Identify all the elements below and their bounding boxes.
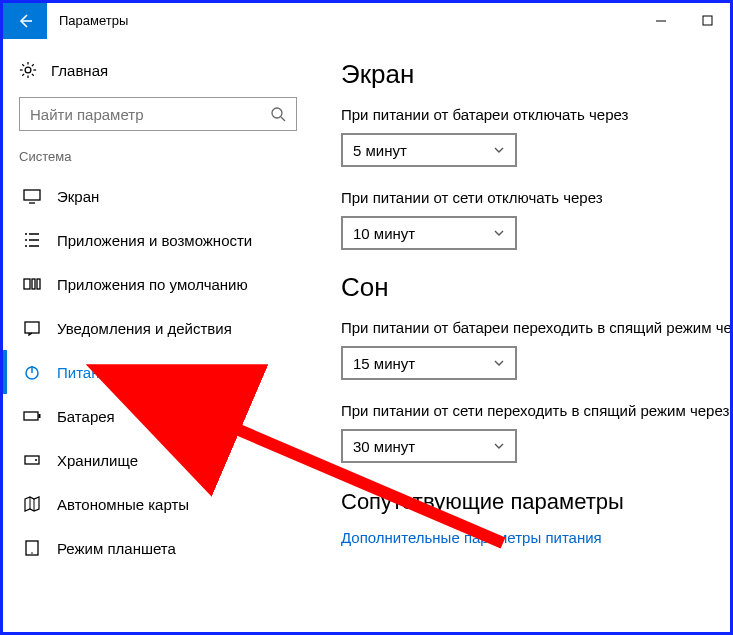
svg-rect-6 (37, 279, 40, 289)
monitor-icon (23, 187, 41, 205)
window-title: Параметры (59, 13, 128, 28)
map-icon (23, 495, 41, 513)
gear-icon (19, 61, 37, 79)
chevron-down-icon (493, 440, 505, 452)
nav-item-power-sleep[interactable]: Питание и спящий режим (3, 350, 313, 394)
nav-item-default-apps[interactable]: Приложения по умолчанию (3, 262, 313, 306)
settings-window: Параметры Главная Система (0, 0, 733, 635)
svg-rect-4 (24, 279, 30, 289)
dropdown-value: 5 минут (353, 142, 407, 159)
category-label: Система (3, 145, 313, 174)
nav-item-battery[interactable]: Батарея (3, 394, 313, 438)
power-icon (23, 363, 41, 381)
plugged-sleep-dropdown[interactable]: 30 минут (341, 429, 517, 463)
nav-label: Приложения по умолчанию (57, 276, 248, 293)
nav-label: Экран (57, 188, 99, 205)
maximize-button[interactable] (684, 3, 730, 39)
nav-label: Батарея (57, 408, 115, 425)
svg-rect-3 (24, 190, 40, 200)
minimize-button[interactable] (638, 3, 684, 39)
tablet-icon (23, 539, 41, 557)
dropdown-value: 30 минут (353, 438, 415, 455)
nav-label: Хранилище (57, 452, 138, 469)
nav-label: Режим планшета (57, 540, 176, 557)
svg-point-12 (35, 459, 37, 461)
nav-item-display[interactable]: Экран (3, 174, 313, 218)
nav-label: Питание и спящий режим (57, 364, 235, 381)
plugged-off-label: При питании от сети отключать через (341, 189, 722, 206)
sleep-heading: Сон (341, 272, 722, 303)
svg-rect-5 (32, 279, 35, 289)
titlebar: Параметры (3, 3, 730, 39)
nav-label: Автономные карты (57, 496, 189, 513)
svg-rect-7 (25, 322, 39, 333)
svg-point-2 (272, 108, 282, 118)
chevron-down-icon (493, 227, 505, 239)
content-area: Главная Система Экран Приложения и возмо… (3, 39, 730, 632)
back-button[interactable] (3, 3, 47, 39)
battery-sleep-label: При питании от батареи переходить в спящ… (341, 319, 722, 336)
minimize-icon (655, 15, 667, 27)
plugged-off-dropdown[interactable]: 10 минут (341, 216, 517, 250)
chevron-down-icon (493, 357, 505, 369)
storage-icon (23, 451, 41, 469)
main-panel: Экран При питании от батареи отключать ч… (313, 39, 730, 632)
search-icon (270, 106, 286, 122)
nav-item-apps[interactable]: Приложения и возможности (3, 218, 313, 262)
nav-list: Экран Приложения и возможности Приложени… (3, 174, 313, 570)
search-input[interactable] (30, 106, 270, 123)
defaults-icon (23, 275, 41, 293)
arrow-left-icon (17, 13, 33, 29)
nav-label: Уведомления и действия (57, 320, 232, 337)
notification-icon (23, 319, 41, 337)
home-label: Главная (51, 62, 108, 79)
additional-power-link[interactable]: Дополнительные параметры питания (341, 529, 722, 546)
nav-item-tablet-mode[interactable]: Режим планшета (3, 526, 313, 570)
nav-item-notifications[interactable]: Уведомления и действия (3, 306, 313, 350)
related-heading: Сопутствующие параметры (341, 489, 722, 515)
svg-rect-0 (703, 16, 712, 25)
svg-point-14 (31, 552, 33, 554)
dropdown-value: 10 минут (353, 225, 415, 242)
battery-off-label: При питании от батареи отключать через (341, 106, 722, 123)
nav-item-offline-maps[interactable]: Автономные карты (3, 482, 313, 526)
battery-off-dropdown[interactable]: 5 минут (341, 133, 517, 167)
home-nav[interactable]: Главная (3, 53, 313, 91)
dropdown-value: 15 минут (353, 355, 415, 372)
nav-label: Приложения и возможности (57, 232, 252, 249)
svg-point-1 (25, 67, 31, 73)
sidebar: Главная Система Экран Приложения и возмо… (3, 39, 313, 632)
plugged-sleep-label: При питании от сети переходить в спящий … (341, 402, 722, 419)
search-box[interactable] (19, 97, 297, 131)
svg-rect-10 (39, 414, 41, 418)
nav-item-storage[interactable]: Хранилище (3, 438, 313, 482)
maximize-icon (702, 15, 713, 26)
battery-icon (23, 407, 41, 425)
chevron-down-icon (493, 144, 505, 156)
svg-rect-9 (24, 412, 38, 420)
list-icon (23, 231, 41, 249)
screen-heading: Экран (341, 59, 722, 90)
battery-sleep-dropdown[interactable]: 15 минут (341, 346, 517, 380)
